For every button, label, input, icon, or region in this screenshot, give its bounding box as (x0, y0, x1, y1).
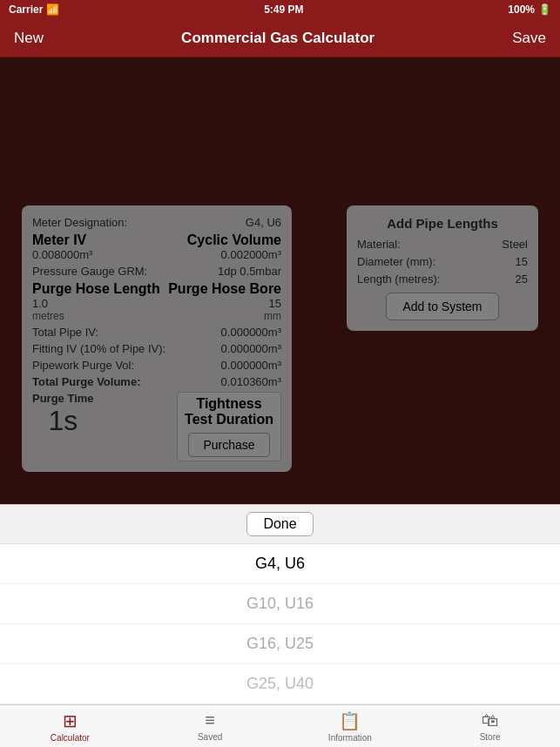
saved-icon: ≡ (205, 710, 215, 730)
picker-item-2[interactable]: G16, U25 (0, 624, 560, 664)
calculator-label: Calculator (51, 733, 90, 743)
store-label: Store (480, 732, 501, 742)
picker-done-button[interactable]: Done (246, 512, 313, 536)
information-icon: 📋 (339, 710, 361, 731)
picker-item-1[interactable]: G10, U16 (0, 584, 560, 624)
picker-done-bar: Done (0, 505, 560, 544)
battery-icon: 🔋 (538, 3, 551, 16)
new-button[interactable]: New (14, 30, 44, 47)
picker-item-3[interactable]: G25, U40 (0, 664, 560, 704)
tab-bar: ⊞Calculator≡Saved📋Information🛍Store (0, 704, 560, 747)
calculator-icon: ⊞ (63, 710, 78, 731)
battery-percent: 100% (508, 3, 535, 16)
information-label: Information (328, 733, 372, 743)
battery-indicator: 100% 🔋 (508, 3, 551, 16)
nav-title: Commercial Gas Calculator (181, 30, 374, 47)
picker-item-0[interactable]: G4, U6 (0, 544, 560, 584)
store-icon: 🛍 (482, 710, 499, 730)
carrier-signal: Carrier 📶 (9, 3, 59, 16)
picker-popup: Done G4, U6G10, U16G16, U25G25, U40 (0, 504, 560, 704)
tab-store[interactable]: 🛍Store (420, 710, 560, 742)
tab-saved[interactable]: ≡Saved (140, 710, 280, 742)
save-button[interactable]: Save (512, 30, 546, 47)
saved-label: Saved (198, 732, 222, 742)
status-bar: Carrier 📶 5:49 PM 100% 🔋 (0, 0, 560, 19)
carrier-label: Carrier (9, 3, 43, 16)
picker-list: G4, U6G10, U16G16, U25G25, U40 (0, 544, 560, 704)
tab-calculator[interactable]: ⊞Calculator (0, 710, 140, 743)
time-display: 5:49 PM (264, 3, 303, 16)
wifi-icon: 📶 (46, 3, 59, 16)
nav-bar: New Commercial Gas Calculator Save (0, 19, 560, 57)
tab-information[interactable]: 📋Information (280, 710, 421, 743)
main-content: Meter Designation: G4, U6 Meter IV 0.008… (0, 57, 560, 704)
